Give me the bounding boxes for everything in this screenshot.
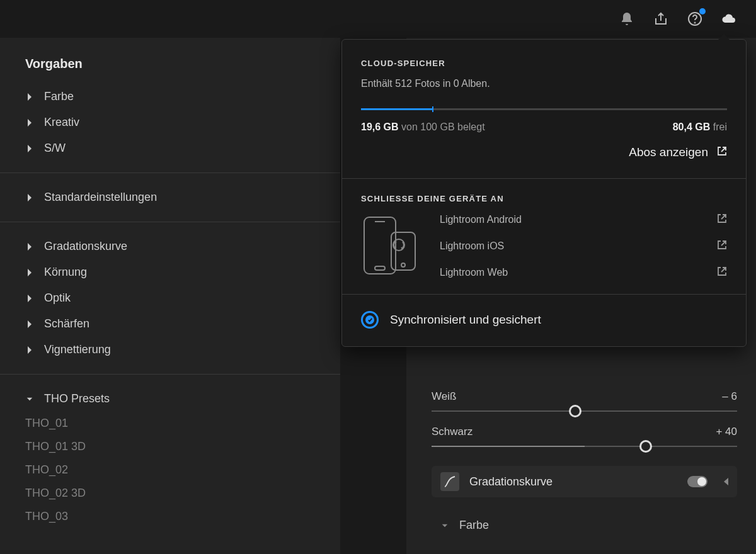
sidebar-item-tho-presets[interactable]: THO Presets (0, 386, 340, 412)
storage-description: Enthält 512 Fotos in 0 Alben. (361, 78, 727, 89)
devices-illustration-icon (361, 213, 421, 279)
device-link-label: Lightroom iOS (440, 240, 504, 252)
white-slider[interactable] (432, 410, 737, 412)
sidebar-item-sw[interactable]: S/W (0, 135, 340, 161)
chevron-right-icon (25, 93, 34, 101)
preset-item[interactable]: THO_01 (0, 412, 340, 435)
slider-label: Schwarz (432, 426, 472, 438)
sidebar-item-sharpen[interactable]: Schärfen (0, 311, 340, 337)
storage-progress-fill (361, 108, 433, 110)
device-link-ios[interactable]: Lightroom iOS (440, 240, 727, 252)
divider (0, 172, 340, 173)
device-link-web[interactable]: Lightroom Web (440, 266, 727, 279)
sidebar-item-optics[interactable]: Optik (0, 285, 340, 311)
sidebar-item-defaults[interactable]: Standardeinstellungen (0, 184, 340, 210)
slider-thumb[interactable] (639, 440, 652, 453)
slider-value: + 40 (716, 426, 737, 438)
sync-status-row: Synchronisiert und gesichert (342, 295, 746, 346)
device-link-android[interactable]: Lightroom Android (440, 213, 727, 226)
external-link-icon (717, 213, 727, 226)
sidebar-item-label: Optik (44, 291, 71, 305)
sidebar-item-label: THO Presets (44, 392, 110, 405)
used-amount: 19,6 GB (361, 122, 399, 132)
chevron-right-icon (25, 320, 34, 329)
chevron-right-icon (25, 144, 34, 153)
sidebar-item-label: S/W (44, 142, 66, 155)
sidebar-item-farbe[interactable]: Farbe (0, 84, 340, 110)
chevron-right-icon (25, 118, 34, 127)
chevron-right-icon (25, 346, 34, 354)
sidebar-item-label: Gradationskurve (44, 240, 127, 253)
chevron-right-icon (25, 294, 34, 303)
slider-fill (432, 446, 585, 447)
cloud-storage-popover: CLOUD-SPEICHER Enthält 512 Fotos in 0 Al… (341, 39, 747, 347)
slider-thumb[interactable] (569, 405, 581, 417)
collapse-left-icon[interactable] (724, 478, 728, 485)
sync-ok-icon (361, 311, 379, 329)
white-slider-row: Weiß – 6 (432, 390, 737, 412)
device-link-label: Lightroom Android (440, 214, 522, 225)
tonecurve-icon (440, 472, 459, 491)
slider-label: Weiß (432, 390, 456, 403)
tonecurve-toggle[interactable] (687, 476, 707, 487)
external-link-icon (717, 266, 727, 279)
storage-progress-bar (361, 108, 727, 110)
free-amount: 80,4 GB (673, 122, 711, 132)
preset-item[interactable]: THO_02 (0, 458, 340, 482)
cloud-icon[interactable] (721, 11, 737, 27)
section-label: Farbe (459, 519, 489, 532)
sidebar-item-gradation[interactable]: Gradationskurve (0, 234, 340, 259)
chevron-right-icon (25, 242, 34, 251)
chevron-down-icon (25, 395, 34, 404)
section-label: Gradationskurve (469, 475, 677, 489)
divider (0, 374, 340, 375)
svg-point-6 (401, 263, 405, 267)
slider-value: – 6 (722, 390, 737, 403)
sidebar-item-label: Standardeinstellungen (44, 191, 157, 204)
sidebar-item-label: Körnung (44, 266, 87, 279)
notifications-icon[interactable] (619, 11, 635, 27)
external-link-icon (717, 240, 727, 252)
svg-point-1 (695, 23, 696, 23)
chevron-right-icon (25, 193, 34, 202)
notification-badge (699, 8, 706, 14)
tonecurve-section-header[interactable]: Gradationskurve (432, 466, 737, 497)
black-slider-row: Schwarz + 40 (432, 426, 737, 447)
presets-sidebar: Vorgaben Farbe Kreativ S/W Standardeinst… (0, 38, 340, 554)
sidebar-item-grain[interactable]: Körnung (0, 259, 340, 285)
preset-item[interactable]: THO_03 (0, 505, 340, 528)
sidebar-item-label: Farbe (44, 90, 74, 103)
external-link-icon (717, 145, 727, 159)
sidebar-item-label: Vignettierung (44, 343, 111, 356)
sidebar-title: Vorgaben (0, 57, 340, 84)
show-subscriptions-link[interactable]: Abos anzeigen (361, 145, 727, 159)
share-icon[interactable] (653, 11, 669, 27)
svg-rect-4 (375, 266, 385, 270)
device-link-label: Lightroom Web (440, 267, 508, 278)
preset-item[interactable]: THO_01 3D (0, 435, 340, 458)
divider (0, 222, 340, 222)
storage-usage-line: 19,6 GB von 100 GB belegt 80,4 GB frei (361, 122, 727, 133)
sidebar-item-label: Kreativ (44, 116, 79, 129)
sidebar-item-kreativ[interactable]: Kreativ (0, 110, 340, 135)
black-slider[interactable] (432, 446, 737, 447)
sidebar-item-vignette[interactable]: Vignettierung (0, 337, 340, 363)
popover-title: CLOUD-SPEICHER (361, 59, 727, 68)
devices-title: SCHLIESSE DEINE GERÄTE AN (361, 194, 727, 203)
preset-item[interactable]: THO_02 3D (0, 482, 340, 505)
link-label: Abos anzeigen (629, 145, 708, 159)
help-icon[interactable] (687, 11, 703, 27)
color-section-header[interactable]: Farbe (432, 511, 737, 540)
top-toolbar (619, 0, 756, 38)
chevron-right-icon (25, 268, 34, 277)
sidebar-item-label: Schärfen (44, 317, 89, 331)
chevron-down-icon (440, 521, 449, 530)
svg-rect-5 (391, 232, 415, 270)
sync-status-text: Synchronisiert und gesichert (390, 313, 541, 327)
